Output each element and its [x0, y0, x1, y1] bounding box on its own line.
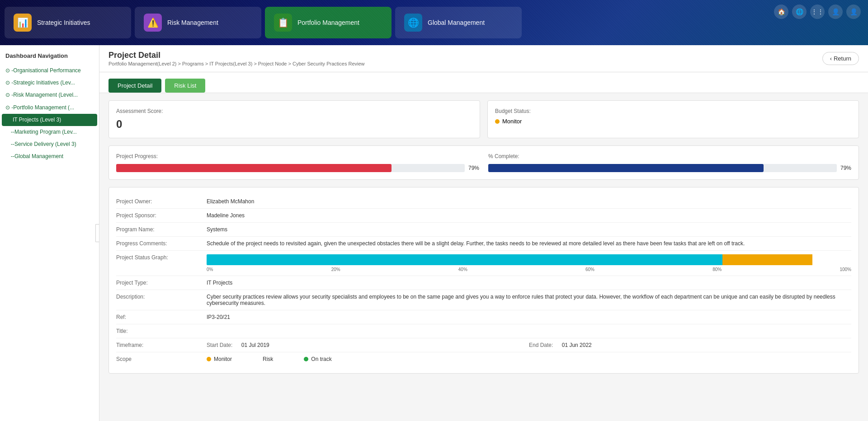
- details-table: Project Owner: Elizabeth McMahon Project…: [108, 187, 859, 374]
- top-header: 📊 Strategic Initiatives ⚠️ Risk Manageme…: [0, 0, 868, 45]
- status-graph-labels: 0% 20% 40% 60% 80% 100%: [207, 267, 851, 272]
- scope-item-monitor: Monitor: [207, 356, 232, 362]
- global-icon: 🌐: [404, 14, 422, 32]
- home-icon-btn[interactable]: 🏠: [774, 5, 788, 19]
- sg-label-20: 20%: [331, 267, 340, 272]
- sidebar-item-global-mgmt[interactable]: --Global Management: [0, 150, 99, 163]
- detail-row-program: Program Name: Systems: [116, 223, 851, 237]
- detail-val-type: IT Projects: [207, 280, 851, 286]
- cards-row: Assessment Score: 0 Budget Status: Monit…: [108, 100, 859, 138]
- budget-card: Budget Status: Monitor: [487, 100, 859, 138]
- page-sub-header: Project Detail Portfolio Management(Leve…: [99, 45, 868, 93]
- sg-label-80: 80%: [712, 267, 722, 272]
- scope-risk-label: Risk: [263, 356, 273, 362]
- scope-monitor-label: Monitor: [214, 356, 232, 362]
- nav-tab-global[interactable]: 🌐 Global Management: [395, 7, 522, 38]
- project-progress-bar-container: [116, 164, 465, 172]
- scope-item-on-track: On track: [304, 356, 331, 362]
- sg-label-40: 40%: [458, 267, 467, 272]
- avatar-btn[interactable]: 👤: [846, 5, 861, 19]
- timeframe-end-val: 01 Jun 2022: [562, 342, 592, 348]
- sidebar-title: Dashboard Navigation: [0, 52, 99, 65]
- page-header-left: Project Detail Portfolio Management(Leve…: [108, 51, 365, 66]
- budget-label: Budget Status:: [495, 108, 851, 114]
- sidebar-item-marketing[interactable]: --Marketing Program (Lev...: [0, 126, 99, 138]
- sidebar: Dashboard Navigation ⊙ -Organisational P…: [0, 45, 99, 421]
- main-layout: Dashboard Navigation ⊙ -Organisational P…: [0, 45, 868, 421]
- detail-row-owner: Project Owner: Elizabeth McMahon: [116, 195, 851, 209]
- complete-pct: 79%: [840, 165, 851, 171]
- sidebar-collapse-btn[interactable]: ‹: [95, 224, 99, 242]
- sg-label-0: 0%: [207, 267, 213, 272]
- detail-key-progress-comments: Progress Comments:: [116, 240, 207, 247]
- nav-tab-risk[interactable]: ⚠️ Risk Management: [135, 7, 261, 38]
- detail-key-status-graph: Project Status Graph:: [116, 254, 207, 261]
- sidebar-item-service[interactable]: --Service Delivery (Level 3): [0, 138, 99, 150]
- status-graph-cyan: [207, 254, 722, 265]
- globe-icon-btn[interactable]: 🌐: [792, 5, 807, 19]
- user-icon-btn[interactable]: 👤: [828, 5, 843, 19]
- sidebar-item-risk[interactable]: ⊙ -Risk Management (Level...: [0, 89, 99, 101]
- scope-row: Monitor Risk On track: [207, 356, 851, 362]
- sidebar-item-org-perf[interactable]: ⊙ -Organisational Performance: [0, 65, 99, 77]
- project-progress-bar-fill: [116, 164, 392, 172]
- detail-row-type: Project Type: IT Projects: [116, 276, 851, 290]
- progress-card: Project Progress: 79% % Complete:: [108, 145, 859, 180]
- return-button[interactable]: ‹ Return: [822, 52, 859, 65]
- nav-tab-global-label: Global Management: [428, 19, 485, 26]
- nav-tab-strategic[interactable]: 📊 Strategic Initiatives: [5, 7, 131, 38]
- budget-status-dot: [495, 119, 500, 124]
- detail-row-ref: Ref: IP3-20/21: [116, 310, 851, 324]
- detail-val-ref: IP3-20/21: [207, 314, 851, 320]
- timeframe-start-label: Start Date:: [207, 342, 232, 348]
- assessment-label: Assessment Score:: [116, 108, 472, 114]
- scope-on-track-label: On track: [311, 356, 331, 362]
- scope-item-risk: Risk: [263, 356, 273, 362]
- detail-val-timeframe: Start Date: 01 Jul 2019 End Date: 01 Jun…: [207, 342, 851, 348]
- tab-buttons: Project Detail Risk List: [99, 72, 868, 93]
- detail-val-progress-comments: Schedule of the project needs to revisit…: [207, 240, 851, 247]
- grid-icon-btn[interactable]: ⋮⋮: [810, 5, 825, 19]
- detail-key-program: Program Name:: [116, 226, 207, 233]
- detail-row-title: Title:: [116, 324, 851, 338]
- nav-tab-risk-label: Risk Management: [167, 19, 218, 26]
- detail-row-progress-comments: Progress Comments: Schedule of the proje…: [116, 237, 851, 251]
- nav-tab-strategic-label: Strategic Initiatives: [37, 19, 90, 26]
- project-progress-section: Project Progress: 79%: [116, 153, 479, 172]
- detail-key-owner: Project Owner:: [116, 198, 207, 205]
- timeframe-end-label: End Date:: [529, 342, 553, 348]
- timeframe-row: Start Date: 01 Jul 2019 End Date: 01 Jun…: [207, 342, 851, 348]
- detail-row-sponsor: Project Sponsor: Madeline Jones: [116, 209, 851, 223]
- detail-val-status-graph: 0% 20% 40% 60% 80% 100%: [207, 254, 851, 272]
- strategic-icon: 📊: [14, 14, 32, 32]
- status-graph-bar: [207, 254, 851, 265]
- project-progress-pct: 79%: [468, 165, 479, 171]
- detail-val-owner: Elizabeth McMahon: [207, 198, 851, 205]
- sidebar-item-strategic[interactable]: ⊙ -Strategic Initiatives (Lev...: [0, 77, 99, 89]
- detail-val-program: Systems: [207, 226, 851, 233]
- detail-row-timeframe: Timeframe: Start Date: 01 Jul 2019 End D…: [116, 338, 851, 352]
- tab-risk-list[interactable]: Risk List: [165, 79, 205, 93]
- detail-key-ref: Ref:: [116, 314, 207, 320]
- header-icons: 🏠 🌐 ⋮⋮ 👤 👤: [774, 5, 861, 19]
- timeframe-start-val: 01 Jul 2019: [241, 342, 269, 348]
- complete-bar-fill: [488, 164, 764, 172]
- portfolio-icon: 📋: [274, 14, 292, 32]
- nav-tab-portfolio-label: Portfolio Management: [297, 19, 359, 26]
- detail-row-description: Description: Cyber security practices re…: [116, 290, 851, 310]
- nav-tab-portfolio[interactable]: 📋 Portfolio Management: [265, 7, 392, 38]
- tab-project-detail[interactable]: Project Detail: [108, 79, 161, 93]
- detail-key-type: Project Type:: [116, 280, 207, 286]
- detail-key-scope: Scope: [116, 356, 207, 362]
- complete-section: % Complete: 79%: [488, 153, 851, 172]
- detail-content: Assessment Score: 0 Budget Status: Monit…: [99, 93, 868, 381]
- page-title: Project Detail: [108, 51, 365, 60]
- sidebar-item-it-projects[interactable]: IT Projects (Level 3): [2, 114, 97, 126]
- timeframe-start-col: Start Date: 01 Jul 2019: [207, 342, 529, 348]
- sidebar-item-portfolio[interactable]: ⊙ -Portfolio Management (...: [0, 102, 99, 114]
- detail-val-sponsor: Madeline Jones: [207, 212, 851, 219]
- detail-val-scope: Monitor Risk On track: [207, 356, 851, 362]
- complete-bar-container: [488, 164, 837, 172]
- risk-icon: ⚠️: [144, 14, 162, 32]
- detail-key-title: Title:: [116, 328, 207, 334]
